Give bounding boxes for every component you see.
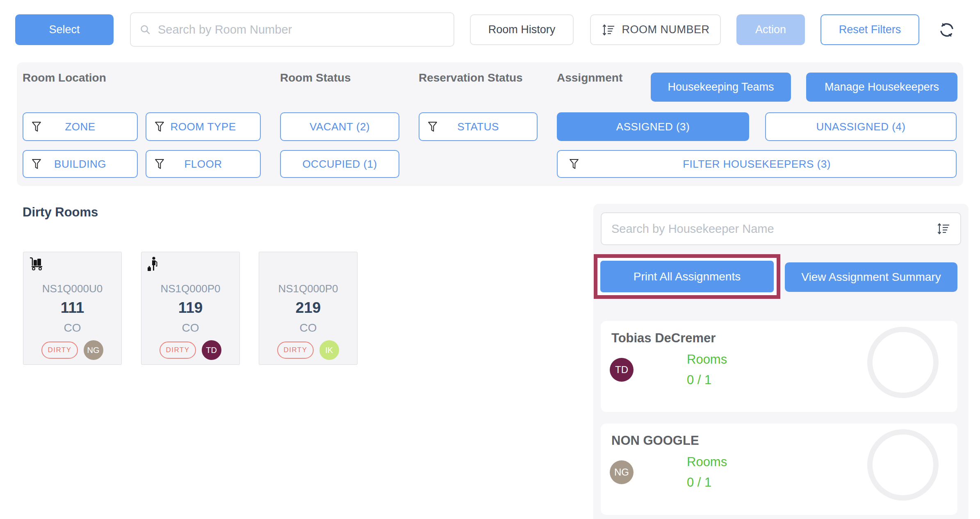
floor-filter-button[interactable]: FLOOR (146, 150, 261, 178)
room-code: NS1Q000P0 (259, 282, 357, 295)
room-card-body: NS1Q000U0 111 CO DIRTY NG (23, 282, 121, 360)
room-history-button[interactable]: Room History (470, 14, 574, 45)
room-card-body: NS1Q000P0 219 CO DIRTY IK (259, 282, 357, 360)
assigned-filter-label: ASSIGNED (3) (616, 121, 690, 133)
progress-ring (867, 327, 939, 398)
view-assignment-summary-button[interactable]: View Assignment Summary (785, 262, 957, 292)
sort-amount-icon (602, 23, 615, 36)
assignee-avatar: NG (84, 340, 103, 360)
rooms-label: Rooms (687, 455, 727, 469)
housekeeper-name: NON GOOGLE (611, 433, 699, 448)
rooms-count: 0 / 1 (687, 475, 727, 490)
filter-housekeepers-label: FILTER HOUSEKEEPERS (3) (683, 158, 831, 171)
housekeeper-avatar: NG (610, 460, 634, 484)
unassigned-filter-label: UNASSIGNED (4) (816, 121, 906, 133)
room-card-219[interactable]: NS1Q000P0 219 CO DIRTY IK (259, 252, 358, 365)
room-status-label: Room Status (280, 71, 351, 84)
building-filter-label: BUILDING (54, 158, 106, 171)
room-search-input[interactable] (158, 23, 445, 36)
funnel-icon (154, 121, 165, 133)
manage-housekeepers-button[interactable]: Manage Housekeepers (806, 73, 957, 102)
funnel-icon (154, 158, 165, 170)
room-status-badge: DIRTY (41, 341, 77, 359)
unassigned-filter-button[interactable]: UNASSIGNED (4) (765, 112, 957, 141)
room-type-filter-button[interactable]: ROOM TYPE (146, 112, 261, 141)
room-service-type: CO (259, 321, 357, 335)
zone-filter-button[interactable]: ZONE (23, 112, 138, 141)
room-code: NS1Q000U0 (23, 282, 121, 295)
search-icon (139, 23, 151, 36)
sort-by-label: ROOM NUMBER (622, 23, 710, 36)
status-filter-button[interactable]: STATUS (419, 112, 538, 141)
floor-filter-label: FLOOR (184, 158, 222, 171)
room-type-filter-label: ROOM TYPE (170, 121, 236, 133)
building-filter-button[interactable]: BUILDING (23, 150, 138, 178)
room-status-badge: DIRTY (277, 341, 313, 359)
occupied-filter-label: OCCUPIED (1) (302, 158, 377, 171)
funnel-icon (31, 121, 42, 133)
reservation-status-label: Reservation Status (419, 71, 523, 84)
occupied-filter-button[interactable]: OCCUPIED (1) (280, 150, 399, 178)
room-card-body: NS1Q000P0 119 CO DIRTY TD (141, 282, 239, 360)
room-search-box (130, 12, 454, 47)
room-number: 219 (259, 299, 357, 316)
assigned-filter-button[interactable]: ASSIGNED (3) (557, 112, 749, 141)
room-status-badge: DIRTY (160, 341, 196, 359)
assignee-avatar: IK (319, 340, 339, 360)
housekeeper-card[interactable]: NON GOOGLE NG Rooms 0 / 1 (601, 423, 957, 515)
filter-panel: Room Location Room Status Reservation St… (17, 62, 963, 186)
room-code: NS1Q000P0 (141, 282, 239, 295)
housekeeper-name: Tobias DeCremer (611, 331, 716, 346)
sort-by-button[interactable]: ROOM NUMBER (590, 14, 721, 45)
print-all-highlight-annotation: Print All Assignments (594, 254, 780, 299)
housekeeper-search-input[interactable] (611, 222, 930, 236)
select-button[interactable]: Select (15, 14, 114, 45)
assignee-avatar: TD (202, 340, 221, 360)
luggage-cart-icon (28, 256, 45, 271)
zone-filter-label: ZONE (65, 121, 95, 133)
assignment-label: Assignment (557, 71, 622, 84)
progress-ring (867, 429, 939, 501)
housekeeper-panel: Print All Assignments View Assignment Su… (593, 204, 969, 519)
housekeeper-search-box (601, 212, 961, 245)
funnel-icon (568, 158, 580, 170)
room-service-type: CO (141, 321, 239, 335)
refresh-icon[interactable] (937, 20, 956, 39)
housekeeping-teams-button[interactable]: Housekeeping Teams (651, 73, 791, 102)
room-service-type: CO (23, 321, 121, 335)
room-location-label: Room Location (23, 71, 106, 84)
filter-housekeepers-button[interactable]: FILTER HOUSEKEEPERS (3) (557, 150, 957, 178)
room-number: 119 (141, 299, 239, 316)
print-all-assignments-button[interactable]: Print All Assignments (597, 258, 777, 295)
housekeeper-rooms: Rooms 0 / 1 (687, 455, 727, 490)
status-filter-label: STATUS (457, 121, 499, 133)
reset-filters-button[interactable]: Reset Filters (820, 14, 919, 45)
sort-amount-icon[interactable] (937, 222, 950, 235)
housekeeper-card[interactable]: Tobias DeCremer TD Rooms 0 / 1 (601, 321, 957, 412)
room-card-119[interactable]: NS1Q000P0 119 CO DIRTY TD (141, 252, 240, 365)
rooms-count: 0 / 1 (687, 373, 727, 387)
rooms-label: Rooms (687, 352, 727, 367)
person-luggage-icon (146, 256, 160, 273)
housekeeper-rooms: Rooms 0 / 1 (687, 352, 727, 387)
vacant-filter-button[interactable]: VACANT (2) (280, 112, 399, 141)
housekeeper-avatar: TD (610, 358, 634, 382)
room-card-111[interactable]: NS1Q000U0 111 CO DIRTY NG (23, 252, 122, 365)
funnel-icon (31, 158, 42, 170)
dirty-rooms-heading: Dirty Rooms (23, 205, 98, 220)
action-button[interactable]: Action (736, 14, 805, 45)
room-number: 111 (23, 299, 121, 316)
vacant-filter-label: VACANT (2) (310, 121, 370, 133)
funnel-icon (427, 121, 438, 133)
